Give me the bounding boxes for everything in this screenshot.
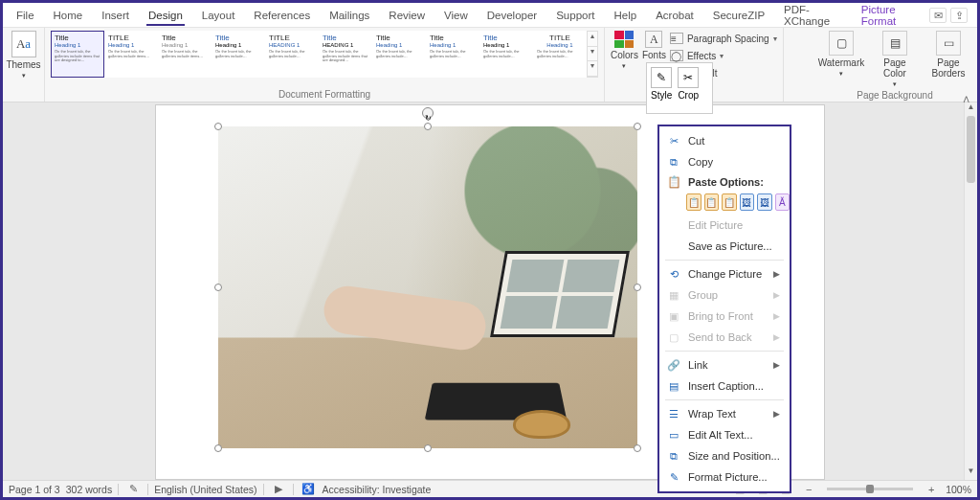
- status-words[interactable]: 302 words: [66, 484, 112, 495]
- picture-content: [218, 126, 637, 448]
- style-set-gallery[interactable]: TitleHeading 1On the Insert tab, the gal…: [51, 31, 598, 78]
- resize-handle-nw[interactable]: [214, 123, 222, 130]
- picture-style-button[interactable]: ✎Style: [651, 67, 672, 113]
- page-color-button[interactable]: ▤Page Color▾: [872, 31, 918, 88]
- tab-help[interactable]: Help: [604, 6, 646, 25]
- alt-text-icon: ▭: [667, 428, 680, 442]
- watermark-icon: ▢: [829, 31, 854, 56]
- tab-strip: File Home Insert Design Layout Reference…: [3, 3, 977, 28]
- tab-securezip[interactable]: SecureZIP: [703, 6, 774, 25]
- style-set-card[interactable]: TitleHeading 1On the Insert tab, the gal…: [51, 31, 104, 78]
- context-menu: ✂Cut ⧉Copy 📋Paste Options: 📋 📋 📋 🖼 🖼 Ă E…: [657, 125, 791, 493]
- picture-tools-popup: ✎Style ✂Crop: [646, 62, 713, 114]
- tab-picture-format[interactable]: Picture Format: [852, 0, 929, 31]
- comments-icon[interactable]: ✉: [929, 8, 947, 23]
- caption-icon: ▤: [667, 379, 680, 393]
- colors-button[interactable]: Colors▾: [611, 31, 638, 70]
- tab-developer[interactable]: Developer: [478, 6, 546, 25]
- tab-references[interactable]: References: [244, 6, 320, 25]
- group-icon: ▦: [667, 288, 680, 302]
- ctx-change-picture[interactable]: ⟲Change Picture▶: [659, 263, 790, 284]
- crop-button[interactable]: ✂Crop: [678, 67, 699, 113]
- style-set-card[interactable]: TitleHeading 1On the Insert tab, the gal…: [372, 31, 426, 78]
- style-set-card[interactable]: TITLEHeading 1On the Insert tab, the gal…: [533, 31, 587, 78]
- status-accessibility[interactable]: Accessibility: Investigate: [323, 484, 432, 495]
- zoom-in[interactable]: +: [923, 484, 940, 495]
- selected-picture[interactable]: [218, 126, 637, 448]
- rotation-handle[interactable]: [422, 107, 434, 119]
- ctx-bring-to-front: ▣Bring to Front▶: [659, 306, 790, 327]
- resize-handle-se[interactable]: [634, 444, 641, 452]
- ctx-link[interactable]: 🔗Link▶: [659, 354, 790, 375]
- style-set-card[interactable]: TitleHeading 1On the Insert tab, the gal…: [426, 31, 479, 78]
- vertical-scroll-thumb[interactable]: [967, 116, 975, 183]
- status-language[interactable]: English (United States): [154, 484, 256, 495]
- scroll-down-arrow[interactable]: ▼: [965, 466, 977, 480]
- resize-handle-s[interactable]: [424, 444, 432, 452]
- ctx-save-as-picture[interactable]: Save as Picture...: [659, 236, 790, 257]
- ctx-paste-options-label: 📋Paste Options:: [659, 172, 790, 192]
- style-set-card[interactable]: TITLEHEADING 1On the Insert tab, the gal…: [265, 31, 319, 78]
- tab-file[interactable]: File: [7, 6, 44, 25]
- ctx-cut[interactable]: ✂Cut: [659, 130, 790, 151]
- send-back-icon: ▢: [667, 330, 680, 344]
- paste-option-5[interactable]: 🖼: [757, 193, 772, 211]
- style-set-card[interactable]: TitleHeading 1On the Insert tab, the gal…: [479, 31, 533, 78]
- effects-button[interactable]: ◯Effects▾: [670, 48, 777, 63]
- paste-option-4[interactable]: 🖼: [740, 193, 755, 211]
- link-icon: 🔗: [667, 358, 680, 372]
- macro-icon[interactable]: ▶: [270, 483, 287, 495]
- ctx-format-picture[interactable]: ✎Format Picture...: [659, 466, 790, 488]
- resize-handle-ne[interactable]: [634, 123, 641, 130]
- style-set-card[interactable]: TITLEHeading 1On the Insert tab, the gal…: [104, 31, 158, 78]
- status-bar: Page 1 of 3 302 words ✎ English (United …: [3, 480, 977, 497]
- tab-view[interactable]: View: [434, 6, 478, 25]
- tab-pdfxchange[interactable]: PDF-XChange: [774, 0, 852, 31]
- status-page[interactable]: Page 1 of 3: [9, 484, 60, 495]
- ctx-edit-alt-text[interactable]: ▭Edit Alt Text...: [659, 424, 790, 445]
- paste-option-1[interactable]: 📋: [686, 193, 702, 211]
- themes-label: Themes: [6, 59, 40, 70]
- resize-handle-n[interactable]: [424, 123, 432, 130]
- gallery-scroll[interactable]: ▴▾▾: [587, 31, 598, 78]
- tab-layout[interactable]: Layout: [192, 6, 245, 25]
- paste-icon: 📋: [667, 175, 680, 189]
- tab-design[interactable]: Design: [139, 6, 192, 25]
- tab-acrobat[interactable]: Acrobat: [646, 6, 703, 25]
- tab-home[interactable]: Home: [44, 6, 93, 25]
- vertical-scrollbar[interactable]: ▲ ▼: [964, 102, 977, 480]
- size-position-icon: ⧉: [667, 449, 680, 463]
- tab-insert[interactable]: Insert: [92, 6, 139, 25]
- watermark-button[interactable]: ▢Watermark▾: [818, 31, 864, 78]
- wrap-text-icon: ☰: [667, 407, 680, 420]
- zoom-out[interactable]: −: [800, 484, 817, 495]
- tab-mailings[interactable]: Mailings: [320, 6, 379, 25]
- resize-handle-w[interactable]: [214, 284, 222, 291]
- spellcheck-icon[interactable]: ✎: [124, 483, 142, 495]
- style-set-card[interactable]: TitleHeading 1On the Insert tab, the gal…: [212, 31, 265, 78]
- ctx-insert-caption[interactable]: ▤Insert Caption...: [659, 375, 790, 397]
- zoom-slider[interactable]: [827, 488, 913, 490]
- tab-review[interactable]: Review: [379, 6, 434, 25]
- style-set-card[interactable]: TitleHeading 1On the Insert tab, the gal…: [158, 31, 212, 78]
- paste-option-6[interactable]: Ă: [775, 193, 791, 211]
- crop-icon: ✂: [678, 67, 699, 88]
- paste-option-3[interactable]: 📋: [722, 193, 737, 211]
- themes-button[interactable]: Aa Themes ▾: [6, 31, 40, 80]
- ctx-group: ▦Group▶: [659, 284, 790, 306]
- page-color-icon: ▤: [882, 31, 907, 56]
- resize-handle-sw[interactable]: [214, 444, 222, 452]
- tab-support[interactable]: Support: [546, 6, 604, 25]
- resize-handle-e[interactable]: [634, 284, 641, 291]
- paste-option-2[interactable]: 📋: [704, 193, 720, 211]
- ctx-copy[interactable]: ⧉Copy: [659, 151, 790, 172]
- style-set-card[interactable]: TitleHEADING 1On the Insert tab, the gal…: [319, 31, 372, 78]
- share-icon[interactable]: ⇪: [950, 8, 968, 23]
- ctx-size-position[interactable]: ⧉Size and Position...: [659, 445, 790, 466]
- paragraph-spacing-button[interactable]: ≡Paragraph Spacing▾: [670, 31, 777, 46]
- zoom-level[interactable]: 100%: [946, 484, 971, 495]
- accessibility-icon[interactable]: ♿: [300, 483, 317, 495]
- ctx-wrap-text[interactable]: ☰Wrap Text▶: [659, 403, 790, 424]
- scroll-up-arrow[interactable]: ▲: [965, 102, 977, 116]
- page-borders-button[interactable]: ▭Page Borders: [925, 31, 971, 79]
